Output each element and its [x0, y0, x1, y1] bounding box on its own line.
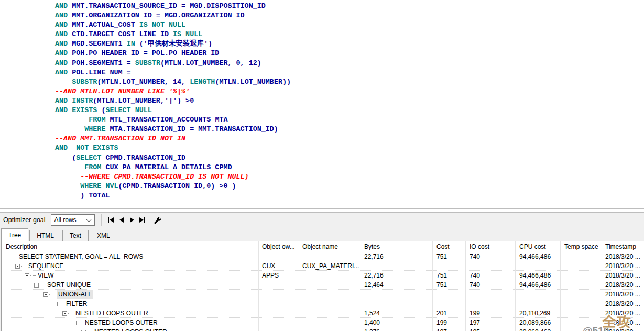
- column-separator[interactable]: [560, 241, 561, 331]
- tree-expander-icon[interactable]: [34, 283, 39, 288]
- next-record-button[interactable]: [127, 214, 137, 226]
- preferences-button[interactable]: [151, 214, 163, 226]
- plan-tree-node: SEQUENCE: [15, 261, 63, 271]
- last-record-button[interactable]: [137, 214, 148, 226]
- column-separator[interactable]: [432, 241, 433, 331]
- code-line: AND POL.LINE_NUM =: [55, 68, 644, 78]
- column-separator[interactable]: [465, 241, 466, 331]
- code-line: AND NOT EXISTS: [55, 144, 644, 153]
- column-header-ts[interactable]: Timestamp: [605, 243, 636, 250]
- plan-row[interactable]: NESTED LOOPS OUTER1,52420119920,110,2692…: [2, 308, 644, 318]
- tab-tree[interactable]: Tree: [1, 228, 28, 241]
- column-separator[interactable]: [515, 241, 516, 331]
- code-line: AND CTD.TARGET_COST_LINE_ID IS NULL: [55, 30, 644, 39]
- column-separator[interactable]: [258, 241, 259, 331]
- column-header-cost[interactable]: Cost: [436, 243, 450, 250]
- code-line: (SELECT CPMD.TRANSACTION_ID: [55, 153, 644, 163]
- column-header-cpu[interactable]: CPU cost: [519, 243, 546, 250]
- plan-cell-io: 740: [470, 281, 480, 289]
- column-header-bytes[interactable]: Bytes: [364, 243, 380, 250]
- plan-node-label[interactable]: SEQUENCE: [28, 262, 63, 270]
- code-line: FROM CUX_PA_MATERIAL_A_DETAILS CPMD: [55, 163, 644, 172]
- tree-expander-icon[interactable]: [43, 292, 48, 297]
- plan-tree-node: SELECT STATEMENT, GOAL = ALL_ROWS: [6, 252, 143, 261]
- tab-html[interactable]: HTML: [29, 230, 61, 241]
- plan-node-label[interactable]: SELECT STATEMENT, GOAL = ALL_ROWS: [19, 253, 143, 260]
- plan-cell-io: 740: [470, 253, 480, 260]
- plan-cell-bytes: 1,376: [364, 328, 380, 331]
- plan-node-label[interactable]: SORT UNIQUE: [47, 281, 91, 289]
- plan-cell-ts: 2018/3/20 ...: [605, 281, 640, 289]
- plan-row[interactable]: UNION-ALL2018/3/20 ...: [2, 290, 644, 299]
- plan-row[interactable]: SORT UNIQUE12,46475174094,466,4862018/3/…: [2, 280, 644, 290]
- plan-node-label[interactable]: VIEW: [38, 272, 54, 279]
- plan-table: DescriptionObject ow...Object nameBytesC…: [1, 241, 644, 331]
- plan-cell-cost: 751: [436, 281, 447, 289]
- plan-cell-io: 199: [470, 310, 480, 317]
- tree-expander-icon[interactable]: [62, 311, 67, 316]
- plan-row[interactable]: SELECT STATEMENT, GOAL = ALL_ROWS22,7167…: [2, 252, 644, 261]
- plan-cell-cost: 751: [436, 272, 447, 279]
- code-line: FROM MTL_TRANSACTION_ACCOUNTS MTA: [55, 115, 644, 125]
- plan-cell-io: 195: [470, 328, 480, 331]
- tree-expander-icon[interactable]: [72, 321, 77, 325]
- plan-cell-bytes: 22,716: [364, 253, 384, 260]
- code-line: SUBSTR(MTLN.LOT_NUMBER, 14, LENGTH(MTLN.…: [55, 78, 644, 87]
- first-record-button[interactable]: [106, 214, 116, 226]
- code-line: ) TOTAL: [55, 191, 644, 201]
- plan-row[interactable]: NESTED LOOPS OUTER1,37619719520,069,4632…: [2, 327, 644, 331]
- plan-row[interactable]: SEQUENCECUXCUX_PA_MATERI...2018/3/20 ...: [2, 261, 644, 271]
- plan-cell-ts: 2018/3/20 ...: [605, 319, 640, 326]
- column-header-desc[interactable]: Description: [6, 243, 37, 250]
- plan-cell-ts: 2018/3/20: [605, 328, 633, 331]
- previous-record-button[interactable]: [116, 214, 127, 226]
- plan-cell-bytes: 1,400: [364, 319, 380, 326]
- plan-node-label[interactable]: FILTER: [66, 300, 87, 307]
- plan-node-label[interactable]: UNION-ALL: [57, 290, 93, 299]
- tab-xml[interactable]: XML: [90, 230, 117, 241]
- plan-row[interactable]: NESTED LOOPS OUTER1,40019919720,089,8662…: [2, 318, 644, 327]
- plan-tree-node: NESTED LOOPS OUTER: [62, 308, 148, 318]
- sql-editor[interactable]: AND MMT.TRANSACTION_SOURCE_ID = MGD.DISP…: [0, 0, 644, 208]
- code-line: --AND MTLN.LOT_NUMBER LIKE '%|%': [55, 87, 644, 96]
- optimizer-goal-value: All rows: [51, 216, 77, 224]
- column-header-name[interactable]: Object name: [302, 243, 338, 250]
- plan-cell-cpu: 20,110,269: [519, 310, 550, 317]
- plan-cell-cpu: 94,466,486: [519, 253, 551, 260]
- plan-cell-cost: 201: [436, 310, 447, 317]
- code-line: AND EXISTS (SELECT NULL: [55, 106, 644, 115]
- plan-cell-ts: 2018/3/20 ...: [605, 253, 640, 260]
- tree-connector: [40, 285, 45, 285]
- plan-cell-ts: 2018/3/20 ...: [605, 291, 640, 298]
- plan-cell-io: 740: [470, 272, 480, 279]
- code-line: AND MGD.SEGMENT1 IN ('甲供材未安装退库'): [55, 39, 644, 49]
- code-line: AND POH.PO_HEADER_ID = POL.PO_HEADER_ID: [55, 49, 644, 58]
- column-header-temp[interactable]: Temp space: [564, 243, 598, 250]
- plan-cell-owner: APPS: [262, 272, 279, 279]
- tree-expander-icon[interactable]: [6, 255, 10, 259]
- plan-node-label[interactable]: NESTED LOOPS OUTER: [94, 328, 167, 331]
- tab-text[interactable]: Text: [62, 230, 89, 241]
- tree-connector: [12, 257, 17, 257]
- tree-expander-icon[interactable]: [15, 264, 20, 269]
- plan-cell-cpu: 94,466,486: [519, 281, 551, 289]
- plan-cell-bytes: 22,716: [364, 272, 384, 279]
- tree-expander-icon[interactable]: [53, 302, 58, 306]
- plan-tree-node: UNION-ALL: [43, 290, 93, 299]
- column-separator[interactable]: [362, 241, 362, 331]
- tree-expander-icon[interactable]: [25, 273, 29, 278]
- plan-row[interactable]: VIEWAPPS22,71675174094,466,4862018/3/20 …: [2, 271, 644, 280]
- code-line: --AND MMT.TRANSACTION_ID NOT IN: [55, 134, 644, 144]
- optimizer-goal-select[interactable]: All rows: [51, 214, 95, 226]
- plan-tree-node: VIEW: [25, 271, 54, 280]
- panel-splitter[interactable]: [0, 208, 644, 213]
- plan-node-label[interactable]: NESTED LOOPS OUTER: [85, 319, 158, 326]
- column-header-io[interactable]: IO cost: [470, 243, 489, 250]
- tree-connector: [49, 294, 54, 295]
- column-separator[interactable]: [299, 241, 299, 331]
- plan-row[interactable]: FILTER2018/3/20 ...: [2, 299, 644, 308]
- column-header-owner[interactable]: Object ow...: [262, 243, 295, 250]
- plan-node-label[interactable]: NESTED LOOPS OUTER: [75, 310, 148, 317]
- column-separator[interactable]: [602, 241, 602, 331]
- code-line: AND INSTR(MTLN.LOT_NUMBER,'|') >0: [55, 96, 644, 106]
